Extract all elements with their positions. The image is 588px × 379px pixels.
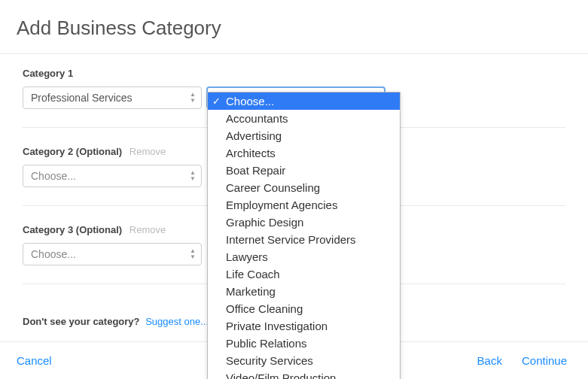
category-3-primary-select[interactable]: Choose... ▲▼ <box>23 243 202 265</box>
dropdown-option[interactable]: Advertising <box>208 127 400 144</box>
dropdown-option[interactable]: Graphic Design <box>208 214 400 231</box>
dropdown-option[interactable]: Life Coach <box>208 265 400 283</box>
dropdown-option[interactable]: Employment Agencies <box>208 196 400 214</box>
cancel-button[interactable]: Cancel <box>17 354 52 367</box>
subcategory-dropdown[interactable]: Choose... Accountants Advertising Archit… <box>207 92 401 379</box>
category-1-primary-value: Professional Services <box>31 92 133 104</box>
select-stepper-icon: ▲▼ <box>187 246 198 262</box>
back-button[interactable]: Back <box>477 354 502 367</box>
dropdown-option[interactable]: Office Cleaning <box>208 300 400 317</box>
dropdown-option[interactable]: Security Services <box>208 352 400 369</box>
suggest-prompt: Don't see your category? <box>23 316 140 327</box>
category-3-label: Category 3 (Optional) <box>23 224 122 235</box>
category-3-primary-placeholder: Choose... <box>31 248 76 260</box>
dropdown-option[interactable]: Career Counseling <box>208 179 400 196</box>
dropdown-option[interactable]: Private Investigation <box>208 317 400 335</box>
dropdown-option[interactable]: Public Relations <box>208 335 400 352</box>
dropdown-option[interactable]: Boat Repair <box>208 162 400 179</box>
category-1-label: Category 1 <box>23 68 73 79</box>
dropdown-option[interactable]: Accountants <box>208 110 400 127</box>
dropdown-option[interactable]: Architects <box>208 144 400 162</box>
dropdown-option[interactable]: Video/Film Production <box>208 369 400 379</box>
dropdown-option[interactable]: Marketing <box>208 283 400 300</box>
dropdown-option[interactable]: Lawyers <box>208 248 400 265</box>
select-stepper-icon: ▲▼ <box>187 168 198 184</box>
category-2-remove-link[interactable]: Remove <box>129 146 166 157</box>
suggest-link[interactable]: Suggest one... <box>145 316 209 327</box>
category-3-remove-link[interactable]: Remove <box>129 224 166 235</box>
category-1-label-row: Category 1 <box>23 68 565 79</box>
category-2-primary-placeholder: Choose... <box>31 170 76 182</box>
dropdown-option[interactable]: Internet Service Providers <box>208 231 400 248</box>
category-2-primary-select[interactable]: Choose... ▲▼ <box>23 165 202 187</box>
select-stepper-icon: ▲▼ <box>187 89 198 106</box>
dropdown-option[interactable]: Choose... <box>208 92 400 110</box>
dialog-header: Add Business Category <box>0 0 588 54</box>
continue-button[interactable]: Continue <box>522 354 567 367</box>
category-2-label: Category 2 (Optional) <box>23 146 122 157</box>
category-1-primary-select[interactable]: Professional Services ▲▼ <box>23 86 202 109</box>
page-title: Add Business Category <box>17 17 571 40</box>
